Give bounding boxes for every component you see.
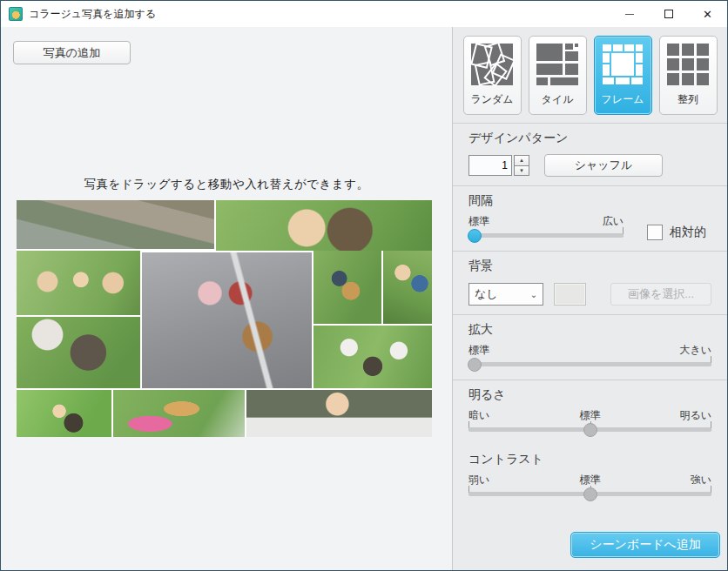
spacing-label: 間隔 xyxy=(468,193,711,209)
scale-section: 拡大 標準 大きい xyxy=(453,314,727,380)
maximize-icon xyxy=(664,10,673,18)
relative-checkbox-group: 相対的 xyxy=(647,225,706,240)
spacing-slider-thumb[interactable] xyxy=(468,229,482,243)
minimize-icon xyxy=(625,14,634,15)
brightness-min-label: 暗い xyxy=(468,408,489,422)
scale-slider[interactable]: 標準 大きい xyxy=(468,343,711,371)
maximize-button[interactable] xyxy=(649,1,688,27)
collage-photo-three-kids-snacking[interactable] xyxy=(17,251,140,315)
settings-panel: ランダム xyxy=(452,27,727,570)
scale-slider-track[interactable] xyxy=(468,362,711,366)
spinner-up-button[interactable]: ▲ xyxy=(514,155,529,166)
window-title: コラージュ写真を追加する xyxy=(29,7,610,22)
contrast-max-label: 強い xyxy=(691,473,711,487)
brightness-label: 明るさ xyxy=(468,387,711,403)
layout-button-tile[interactable]: タイル xyxy=(529,36,587,115)
collage-photo-smiling-boy[interactable] xyxy=(246,390,432,437)
relative-checkbox[interactable] xyxy=(647,225,663,240)
layout-button-label: タイル xyxy=(542,92,574,107)
relative-checkbox-label: 相対的 xyxy=(670,225,706,240)
contrast-min-label: 弱い xyxy=(468,473,489,487)
background-select-value: なし xyxy=(475,286,530,302)
background-select[interactable]: なし ⌄ xyxy=(468,283,543,306)
collage-photo-socks-and-puppy[interactable] xyxy=(313,326,432,388)
add-photos-button[interactable]: 写真の追加 xyxy=(13,41,131,64)
collage-photo-girls-on-grass[interactable] xyxy=(383,251,432,324)
collage-dialog-window: コラージュ写真を追加する ✕ 写真の追加 写真をドラッグすると移動や入れ替えがで… xyxy=(0,0,728,571)
layout-button-label: ランダム xyxy=(470,92,513,107)
frame-layout-icon xyxy=(601,43,644,86)
collage-photo-boy-striped-shirt-puppy[interactable] xyxy=(17,317,140,388)
contrast-section: コントラスト 弱い 標準 強い xyxy=(453,445,727,509)
close-icon: ✕ xyxy=(703,9,712,20)
scale-label: 拡大 xyxy=(468,322,711,338)
close-button[interactable]: ✕ xyxy=(688,1,727,27)
brightness-slider[interactable]: 暗い 標準 明るい xyxy=(468,408,711,436)
collage-photo-center-kids-walking-dog[interactable] xyxy=(142,252,312,388)
layout-button-label: 整列 xyxy=(677,92,698,107)
collage-photo-boy-with-retriever[interactable] xyxy=(313,251,381,324)
layout-button-random[interactable]: ランダム xyxy=(463,36,522,115)
brightness-max-label: 明るい xyxy=(679,408,711,422)
collage-photo-dog-pink-shovel[interactable] xyxy=(113,390,245,437)
background-section: 背景 なし ⌄ 画像を選択... xyxy=(453,251,727,314)
add-to-sceneboard-button[interactable]: シーンボードへ追加 xyxy=(570,532,720,558)
grid-layout-icon xyxy=(666,43,710,86)
scale-slider-thumb[interactable] xyxy=(468,358,482,372)
scale-min-label: 標準 xyxy=(468,343,489,357)
layout-button-frame[interactable]: フレーム xyxy=(594,36,652,115)
contrast-slider-thumb[interactable] xyxy=(583,487,597,501)
minimize-button[interactable] xyxy=(610,1,649,27)
collage-photo-boy-lying-with-puppy[interactable] xyxy=(17,390,111,437)
collage-photo-boy-with-cap-petting-puppy[interactable] xyxy=(216,200,432,251)
background-label: 背景 xyxy=(468,259,711,274)
background-color-swatch[interactable] xyxy=(554,283,586,306)
scale-max-label: 大きい xyxy=(679,343,711,357)
layout-mode-buttons: ランダム xyxy=(453,27,727,123)
app-icon xyxy=(9,7,23,21)
footer: シーンボードへ追加 xyxy=(453,532,727,570)
spacing-min-label: 標準 xyxy=(468,214,489,228)
titlebar: コラージュ写真を追加する ✕ xyxy=(1,1,727,27)
shuffle-button[interactable]: シャッフル xyxy=(544,154,663,177)
layout-button-label: フレーム xyxy=(602,92,644,107)
drag-instruction-text: 写真をドラッグすると移動や入れ替えができます。 xyxy=(16,177,437,192)
spacing-slider[interactable]: 標準 広い xyxy=(468,214,624,242)
design-pattern-number-input[interactable] xyxy=(468,155,512,176)
brightness-section: 明るさ 暗い 標準 明るい xyxy=(453,380,727,445)
design-pattern-spinner: ▲ ▼ xyxy=(514,155,529,176)
tile-layout-icon xyxy=(536,43,579,86)
spinner-down-button[interactable]: ▼ xyxy=(514,166,529,177)
spacing-section: 間隔 標準 広い 相対的 xyxy=(453,185,727,251)
design-pattern-section: デザインパターン ▲ ▼ シャッフル xyxy=(453,123,727,185)
layout-button-grid[interactable]: 整列 xyxy=(659,36,718,115)
collage-preview xyxy=(17,200,432,437)
collage-photo-kids-running-on-road[interactable] xyxy=(17,200,214,249)
spacing-max-label: 広い xyxy=(603,214,624,228)
spacing-slider-track[interactable] xyxy=(468,233,624,238)
contrast-slider[interactable]: 弱い 標準 強い xyxy=(468,473,711,500)
select-image-button[interactable]: 画像を選択... xyxy=(610,283,711,306)
preview-panel: 写真の追加 写真をドラッグすると移動や入れ替えができます。 xyxy=(1,27,452,570)
contrast-label: コントラスト xyxy=(468,452,711,467)
random-layout-icon xyxy=(470,43,514,86)
brightness-slider-thumb[interactable] xyxy=(583,423,597,437)
design-pattern-label: デザインパターン xyxy=(468,131,711,146)
chevron-down-icon: ⌄ xyxy=(530,290,537,299)
